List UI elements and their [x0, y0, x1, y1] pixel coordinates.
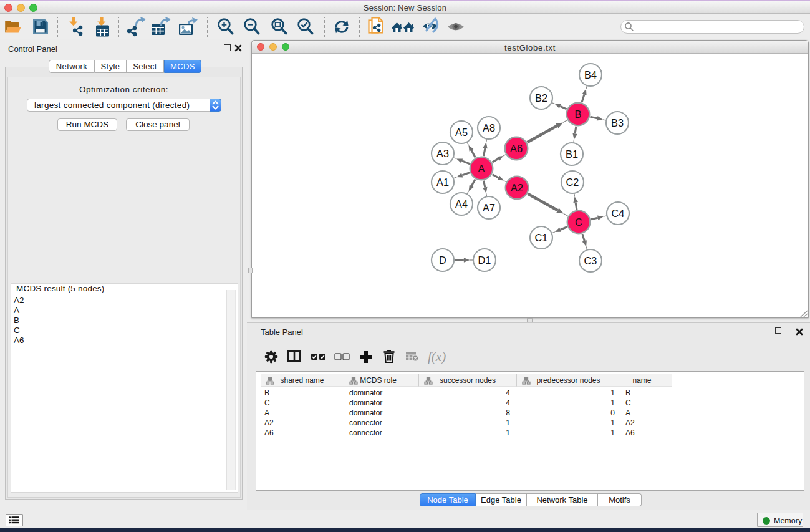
- svg-text:B: B: [575, 109, 582, 120]
- svg-text:A6: A6: [510, 143, 523, 154]
- svg-text:A8: A8: [483, 122, 495, 133]
- svg-text:B1: B1: [566, 148, 578, 160]
- svg-text:A5: A5: [455, 127, 468, 138]
- svg-text:A3: A3: [436, 148, 449, 159]
- svg-text:C: C: [575, 216, 582, 228]
- svg-text:A: A: [478, 163, 485, 174]
- svg-text:C3: C3: [584, 255, 597, 266]
- svg-text:A2: A2: [511, 182, 523, 193]
- svg-text:C2: C2: [566, 177, 579, 188]
- svg-text:B3: B3: [611, 117, 624, 128]
- svg-text:D: D: [439, 254, 446, 266]
- svg-text:C1: C1: [535, 232, 548, 243]
- svg-text:A7: A7: [483, 202, 495, 213]
- svg-text:A4: A4: [455, 198, 468, 210]
- svg-text:B2: B2: [535, 92, 547, 104]
- svg-text:A1: A1: [436, 177, 449, 188]
- svg-text:B4: B4: [584, 69, 597, 80]
- svg-text:C4: C4: [612, 208, 625, 219]
- svg-text:D1: D1: [478, 254, 491, 266]
